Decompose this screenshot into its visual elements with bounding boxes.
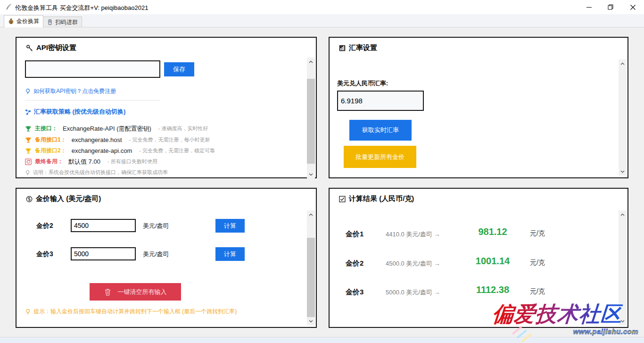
api-panel-header: API密钥设置: [26, 43, 76, 52]
rate-panel-title: 汇率设置: [349, 43, 377, 52]
scrollbar-vertical[interactable]: [307, 210, 315, 325]
input-panel-title: 金价输入 (美元/盎司): [36, 194, 101, 203]
usd-cny-rate-input[interactable]: [337, 91, 424, 111]
result-value: 1112.38: [464, 284, 521, 295]
api-key-input[interactable]: [25, 60, 160, 78]
trophy-icon: [25, 137, 32, 143]
scrollbar-thumb[interactable]: [307, 79, 315, 164]
calculate-button[interactable]: 计算: [215, 247, 245, 261]
window-bottom-strip: [0, 337, 644, 343]
scroll-down-arrow[interactable]: [619, 167, 627, 176]
calculate-button[interactable]: 计算: [215, 219, 245, 233]
window-title: 伦敦金换算工具 买金交流群+V: peiqibaobao2021: [15, 4, 148, 12]
strategy-row-backup1: 备用接口1： exchangerate.host - 完全免费，无需注册，每小时…: [25, 136, 210, 144]
api-help-link[interactable]: 如何获取API密钥？点击免费注册: [25, 87, 116, 95]
scroll-down-arrow[interactable]: [619, 317, 627, 325]
scrollbar-vertical[interactable]: [619, 210, 627, 325]
trash-icon: [104, 288, 111, 296]
tab-strip: 金价换算 扫码进群: [0, 14, 644, 27]
coin-icon: [26, 196, 33, 202]
gold-row-label: 金价3: [36, 250, 53, 259]
tab-label: 金价换算: [17, 17, 39, 25]
checkbox-checked-icon: [339, 196, 346, 202]
gold-price-input-panel: 金价输入 (美元/盎司) 金价2 美元/盎司 计算 金价3 美元/盎司 计算: [16, 188, 317, 328]
scroll-up-arrow[interactable]: [307, 210, 315, 218]
strategy-title-text: 汇率获取策略 (按优先级自动切换): [34, 108, 125, 116]
key-icon: [26, 44, 33, 51]
result-source: 4410.0 美元/盎司 →: [386, 230, 440, 239]
batch-update-prices-button[interactable]: 批量更新所有金价: [344, 146, 416, 168]
result-label: 金价3: [346, 288, 363, 297]
result-panel-title: 计算结果 (人民币/克): [349, 194, 414, 203]
scroll-down-arrow[interactable]: [307, 317, 315, 325]
feather-app-icon: [5, 3, 12, 11]
strategy-label: 主接口：: [35, 125, 58, 133]
strategy-section-title: 汇率获取策略 (按优先级自动切换): [25, 108, 125, 116]
result-row-2: 金价2 4500.0 美元/盎司 → 1001.14 元/克: [330, 256, 612, 271]
bar-chart-icon: [339, 45, 346, 51]
tab-scan-qr-join[interactable]: 扫码进群: [43, 17, 82, 27]
app-window: 伦敦金换算工具 买金交流群+V: peiqibaobao2021: [0, 0, 644, 343]
exchange-rate-settings-panel: 汇率设置 美元兑人民币汇率: 获取实时汇率 批量更新所有金价: [329, 37, 628, 178]
divider: [25, 100, 160, 100]
gold-row-unit: 美元/盎司: [143, 250, 169, 259]
strategy-note: - 所有接口失败时使用: [107, 158, 157, 165]
tab-gold-conversion[interactable]: 金价换算: [4, 15, 43, 27]
strategy-note: - 完全免费，无需注册，每小时更新: [129, 136, 210, 143]
tab-label: 扫码进群: [55, 18, 78, 26]
gold-price-2-input[interactable]: [71, 219, 136, 232]
input-panel-header: 金价输入 (美元/盎司): [26, 194, 101, 203]
gold-price-3-input[interactable]: [71, 247, 136, 260]
strategy-note: - 准确度高，实时性好: [158, 125, 208, 132]
scroll-down-arrow[interactable]: [307, 170, 315, 178]
close-button[interactable]: [622, 0, 644, 14]
result-source: 4500.0 美元/盎司 →: [386, 259, 440, 268]
result-panel-header: 计算结果 (人民币/克): [339, 194, 414, 203]
strategy-label: 备用接口1：: [35, 136, 66, 144]
strategy-name: 默认值 7.00: [68, 158, 100, 166]
scroll-up-arrow[interactable]: [307, 58, 315, 66]
scrollbar-vertical[interactable]: [307, 58, 315, 178]
trophy-icon: [25, 125, 32, 132]
refresh-icon: [25, 159, 32, 165]
strategy-row-primary: 主接口： ExchangeRate-API (需配置密钥) - 准确度高，实时性…: [25, 125, 208, 133]
result-unit: 元/克: [530, 287, 545, 296]
strategy-note: - 完全免费，无需注册，稳定可靠: [139, 147, 215, 154]
result-label: 金价2: [346, 259, 363, 268]
result-row-3: 金价3 5000.0 美元/盎司 → 1112.38 元/克: [330, 284, 612, 300]
money-bag-icon: [8, 18, 14, 25]
calculation-results-panel: 计算结果 (人民币/克) 金价1 4410.0 美元/盎司 → 981.12 元…: [329, 188, 628, 328]
scrollbar-vertical[interactable]: [619, 59, 627, 176]
result-label: 金价1: [346, 230, 363, 239]
phone-qr-icon: [47, 19, 53, 25]
restore-button[interactable]: [600, 0, 621, 14]
result-unit: 元/克: [530, 229, 545, 238]
strategy-row-final-fallback: 最终备用： 默认值 7.00 - 所有接口失败时使用: [25, 158, 157, 166]
clear-all-inputs-button[interactable]: 一键清空所有输入: [90, 283, 181, 301]
api-help-link-text: 如何获取API密钥？点击免费注册: [33, 87, 116, 95]
strategy-name: exchangerate.host: [72, 136, 122, 143]
result-source: 5000.0 美元/盎司 →: [386, 288, 440, 297]
strategy-label: 备用接口2：: [35, 147, 66, 155]
gold-row-label: 金价2: [36, 222, 53, 230]
rate-panel-header: 汇率设置: [339, 43, 377, 52]
gold-row-unit: 美元/盎司: [143, 222, 169, 230]
fetch-live-rate-button[interactable]: 获取实时汇率: [349, 120, 412, 141]
result-unit: 元/克: [530, 259, 545, 267]
api-panel-title: API密钥设置: [36, 43, 76, 52]
scroll-up-arrow[interactable]: [619, 59, 627, 67]
input-tip-text: 提示：输入金价后按回车键自动计算并跳转到下一个输入框 (最后一个跳转到汇率): [33, 308, 237, 316]
save-button[interactable]: 保存: [164, 62, 194, 76]
strategy-name: ExchangeRate-API (需配置密钥): [63, 125, 151, 133]
api-key-settings-panel: API密钥设置 保存 如何获取API密钥？点击免费注册: [16, 37, 317, 178]
input-tip: 提示：输入金价后按回车键自动计算并跳转到下一个输入框 (最后一个跳转到汇率): [25, 308, 237, 316]
rate-label: 美元兑人民币汇率:: [337, 79, 388, 88]
title-bar: 伦敦金换算工具 买金交流群+V: peiqibaobao2021: [0, 0, 644, 14]
minimize-button[interactable]: [578, 0, 600, 14]
bulb-icon: [25, 88, 31, 94]
result-row-1: 金价1 4410.0 美元/盎司 → 981.12 元/克: [330, 226, 612, 242]
scrollbar-thumb[interactable]: [307, 238, 315, 317]
scroll-up-arrow[interactable]: [619, 210, 627, 218]
clear-button-label: 一键清空所有输入: [118, 288, 167, 296]
strategy-row-backup2: 备用接口2： exchangerate-api.com - 完全免费，无需注册，…: [25, 147, 215, 155]
